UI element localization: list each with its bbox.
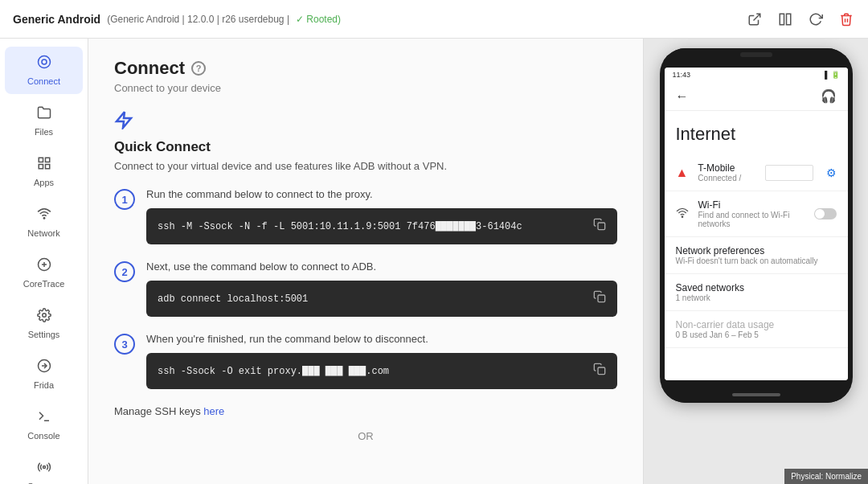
phone-tmobile-gear[interactable]: ⚙ (826, 166, 837, 179)
step-3: 3 When you're finished, run the command … (114, 333, 617, 389)
svg-line-0 (754, 14, 760, 20)
network-icon (37, 207, 51, 225)
svg-point-13 (42, 314, 46, 318)
sidebar-item-coretrace[interactable]: CoreTrace (5, 249, 83, 297)
step-1-code: ssh -M -Ssock -N -f -L 5001:10.11.1.9:50… (158, 221, 585, 232)
help-icon[interactable]: ? (191, 61, 206, 76)
external-link-icon[interactable] (746, 10, 764, 28)
step-2-label: Next, use the command below to connect t… (146, 260, 617, 273)
sidebar-item-files[interactable]: Files (5, 97, 83, 145)
phone-saved-title: Saved networks (676, 282, 837, 293)
columns-icon[interactable] (776, 10, 794, 28)
phone-item-saved[interactable]: Saved networks 1 network (665, 274, 848, 311)
step-3-body: When you're finished, run the command be… (146, 333, 617, 389)
step-1-copy-button[interactable] (593, 218, 606, 235)
phone-tmobile-text: T-Mobile Connected / (698, 162, 755, 183)
step-3-number: 3 (114, 334, 135, 355)
phone-headphones-icon: 🎧 (821, 88, 837, 104)
phone-device: 11:43 ▐ 🔋 ← 🎧 Internet ▲ T-M (660, 48, 853, 403)
sidebar-item-settings[interactable]: Settings (5, 300, 83, 347)
manage-ssh-text: Manage SSH keys (114, 405, 203, 417)
phone-time: 11:43 (673, 71, 691, 79)
svg-rect-6 (45, 158, 49, 162)
sidebar-item-console[interactable]: Console (5, 401, 83, 449)
main-layout: Connect Files Apps (0, 39, 868, 484)
wifi-toggle[interactable] (814, 208, 837, 219)
phone-saved-sub: 1 network (676, 293, 837, 302)
sidebar-item-frida[interactable]: Frida (5, 351, 83, 398)
settings-icon (37, 308, 51, 326)
sidebar-settings-label: Settings (28, 330, 60, 339)
step-3-label: When you're finished, run the command be… (146, 333, 617, 345)
sidebar-coretrace-label: CoreTrace (23, 279, 65, 289)
step-1: 1 Run the command below to connect to th… (114, 188, 617, 244)
quick-connect-title: Quick Connect (114, 139, 617, 155)
sidebar-console-label: Console (27, 431, 59, 441)
phone-panel: 11:43 ▐ 🔋 ← 🎧 Internet ▲ T-M (643, 39, 868, 484)
apps-icon (37, 156, 51, 174)
quick-connect-desc: Connect to your virtual device and use f… (114, 160, 617, 172)
phone-screen-title: Internet (665, 111, 848, 154)
step-2-code: adb connect localhost:5001 (158, 293, 585, 305)
svg-point-22 (682, 216, 682, 217)
phone-tmobile-title: T-Mobile (698, 162, 755, 174)
content-area: Connect ? Connect to your device Quick C… (88, 39, 643, 484)
svg-point-4 (42, 59, 47, 64)
phone-item-noncarrier[interactable]: Non-carrier data usage 0 B used Jan 6 – … (665, 311, 848, 348)
manage-ssh-link[interactable]: here (203, 405, 224, 417)
coretrace-icon (37, 257, 51, 276)
phone-back-icon[interactable]: ← (676, 89, 689, 104)
step-1-label: Run the command below to connect to the … (146, 188, 617, 200)
phone-noncarrier-title: Non-carrier data usage (676, 319, 837, 330)
sidebar-item-network[interactable]: Network (5, 199, 83, 246)
page-title: Connect ? (114, 58, 617, 79)
app-name: Generic Android (13, 13, 100, 26)
page-subtitle: Connect to your device (114, 82, 617, 94)
step-2-copy-button[interactable] (593, 290, 606, 307)
sidebar-item-connect[interactable]: Connect (5, 47, 83, 94)
step-2: 2 Next, use the command below to connect… (114, 260, 617, 317)
phone-wifi-title: Wi-Fi (698, 199, 805, 211)
step-2-code-block: adb connect localhost:5001 (146, 281, 617, 317)
topbar: Generic Android (Generic Android | 12.0.… (0, 0, 868, 39)
step-3-copy-button[interactable] (593, 363, 606, 379)
svg-rect-20 (598, 295, 605, 302)
phone-tmobile-sub: Connected / (698, 174, 755, 183)
sidebar-connect-label: Connect (27, 76, 60, 86)
trash-icon[interactable] (837, 10, 855, 28)
phone-wifi-text: Wi-Fi Find and connect to Wi-Fi networks (698, 199, 805, 228)
phone-saved-text: Saved networks 1 network (676, 282, 837, 302)
step-1-body: Run the command below to connect to the … (146, 188, 617, 244)
phone-status-bar: 11:43 ▐ 🔋 (665, 68, 848, 82)
topbar-actions (746, 10, 855, 28)
sidebar-item-sensors[interactable]: Sensors (5, 452, 83, 484)
phone-signal-icon: ▐ (822, 71, 827, 79)
or-divider: OR (114, 430, 617, 442)
console-icon (37, 409, 51, 428)
phone-netprefs-title: Network preferences (676, 245, 837, 256)
svg-rect-1 (780, 14, 784, 25)
step-1-code-block: ssh -M -Ssock -N -f -L 5001:10.11.1.9:50… (146, 208, 617, 244)
title-text: Connect (114, 58, 185, 79)
topbar-left: Generic Android (Generic Android | 12.0.… (13, 13, 341, 26)
sidebar-item-apps[interactable]: Apps (5, 148, 83, 195)
phone-item-netprefs[interactable]: Network preferences Wi-Fi doesn't turn b… (665, 237, 848, 274)
quick-connect-icon (114, 110, 617, 133)
physical-badge: Physical: Normalize (784, 469, 868, 484)
svg-rect-5 (39, 158, 43, 162)
svg-rect-19 (598, 223, 605, 230)
refresh-icon[interactable] (807, 10, 825, 28)
app-rooted: ✓ Rooted) (296, 14, 341, 25)
app-meta: (Generic Android | 12.0.0 | r26 userdebu… (107, 14, 289, 25)
phone-tmobile-bar (765, 165, 813, 181)
step-3-code-block: ssh -Ssock -O exit proxy.███ ███ ███.com (146, 353, 617, 389)
phone-netprefs-sub: Wi-Fi doesn't turn back on automatically (676, 256, 837, 265)
phone-battery-icon: 🔋 (831, 71, 840, 79)
phone-tmobile-icon: ▲ (676, 166, 689, 180)
svg-rect-2 (787, 14, 791, 25)
phone-item-wifi: Wi-Fi Find and connect to Wi-Fi networks (665, 191, 848, 237)
phone-nav-bar: ← 🎧 (665, 82, 848, 111)
sidebar-frida-label: Frida (34, 380, 54, 390)
phone-item-tmobile: ▲ T-Mobile Connected / ⚙ (665, 154, 848, 191)
step-2-number: 2 (114, 261, 135, 282)
